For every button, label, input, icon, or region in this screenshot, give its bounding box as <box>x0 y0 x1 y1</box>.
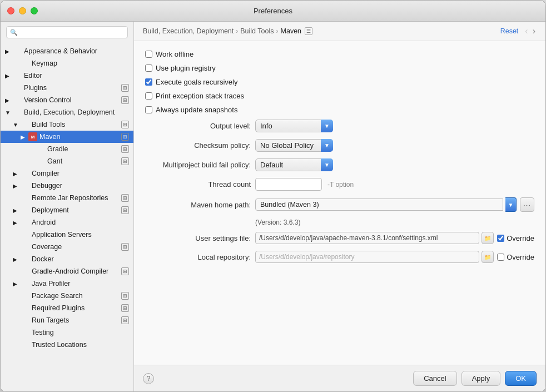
ext-icon: ⊞ <box>121 145 129 153</box>
close-button[interactable] <box>7 7 14 14</box>
use-plugin-registry-checkbox[interactable] <box>145 64 152 72</box>
execute-goals-label: Execute goals recursively <box>156 78 237 86</box>
apply-button[interactable]: Apply <box>461 371 501 386</box>
breadcrumb-part1[interactable]: Build, Execution, Deployment <box>143 27 234 35</box>
sidebar-item-maven[interactable]: ▶ M Maven ⊞ <box>1 131 133 143</box>
cancel-button[interactable]: Cancel <box>413 371 456 386</box>
sidebar-item-editor[interactable]: ▶ Editor <box>1 70 133 82</box>
multiproject-select[interactable]: Default Never Always <box>255 158 333 171</box>
local-repo-row: Local repository: 📁 Override <box>145 251 534 263</box>
maven-home-browse-button[interactable]: ··· <box>520 197 534 212</box>
coverage-icon <box>21 242 29 251</box>
sidebar-item-gradle-android-compiler[interactable]: Gradle-Android Compiler ⊞ <box>1 265 133 277</box>
window-title: Preferences <box>254 7 292 15</box>
sidebar-item-package-search[interactable]: Package Search ⊞ <box>1 290 133 302</box>
sidebar-item-java-profiler[interactable]: ▶ Java Profiler <box>1 277 133 290</box>
local-repo-input[interactable] <box>255 251 479 263</box>
sidebar-item-label: Plugins <box>24 84 120 92</box>
sidebar-item-label: Gradle-Android Compiler <box>32 267 120 275</box>
user-settings-override-label: Override <box>507 234 534 242</box>
user-settings-row: User settings file: 📁 Override <box>145 232 534 244</box>
sidebar-item-trusted-locations[interactable]: Trusted Locations <box>1 339 133 351</box>
execute-goals-checkbox[interactable] <box>145 78 152 86</box>
content-area: Build, Execution, Deployment › Build Too… <box>134 22 545 391</box>
work-offline-checkbox[interactable] <box>145 51 152 58</box>
checksum-policy-label: Checksum policy: <box>145 141 251 150</box>
java-profiler-icon <box>21 279 29 288</box>
checkbox-use-plugin-registry-row: Use plugin registry <box>145 64 534 72</box>
output-level-select[interactable]: Info Debug Error <box>255 120 333 132</box>
always-update-checkbox[interactable] <box>145 106 152 113</box>
print-exception-checkbox[interactable] <box>145 92 152 100</box>
local-repo-override-label: Override <box>507 253 534 261</box>
search-icon: 🔍 <box>10 29 18 36</box>
user-settings-input[interactable] <box>255 232 479 244</box>
local-repo-override-checkbox[interactable] <box>497 254 504 261</box>
work-offline-label: Work offline <box>156 50 193 58</box>
sidebar-item-testing[interactable]: Testing <box>1 326 133 339</box>
maven-home-arrow-icon[interactable]: ▼ <box>505 197 517 212</box>
sidebar-item-gradle[interactable]: Gradle ⊞ <box>1 143 133 155</box>
sidebar-item-build-execution-deployment[interactable]: ▼ Build, Execution, Deployment <box>1 106 133 118</box>
back-button[interactable]: ‹ <box>524 26 529 36</box>
edit-icon[interactable]: ☰ <box>305 27 312 35</box>
sidebar-item-debugger[interactable]: ▶ Debugger <box>1 180 133 192</box>
checkbox-print-exception-row: Print exception stack traces <box>145 92 534 100</box>
sidebar-item-compiler[interactable]: ▶ Compiler <box>1 167 133 180</box>
sidebar-item-build-tools[interactable]: ▼ Build Tools ⊞ <box>1 118 133 131</box>
maximize-button[interactable] <box>31 7 38 14</box>
maven-version-label: (Version: 3.6.3) <box>255 219 300 226</box>
search-box[interactable]: 🔍 <box>6 26 128 38</box>
search-input[interactable] <box>20 28 124 36</box>
checkbox-work-offline-row: Work offline <box>145 50 534 58</box>
thread-count-input[interactable] <box>255 178 322 191</box>
sidebar-item-gant[interactable]: Gant ⊞ <box>1 155 133 167</box>
testing-icon <box>21 328 29 337</box>
breadcrumb-part2[interactable]: Build Tools <box>240 27 274 35</box>
sidebar-item-appearance-behavior[interactable]: ▶ Appearance & Behavior <box>1 45 133 57</box>
checksum-policy-select[interactable]: No Global Policy Warn Fail Ignore <box>255 139 333 152</box>
footer: ? Cancel Apply OK <box>134 365 545 391</box>
sidebar-item-label: Deployment <box>32 206 120 214</box>
user-settings-label: User settings file: <box>145 234 251 242</box>
sidebar-item-run-targets[interactable]: Run Targets ⊞ <box>1 314 133 326</box>
arrow-icon: ▶ <box>5 48 13 54</box>
gradle-icon <box>36 145 45 153</box>
arrow-icon: ▶ <box>13 281 21 287</box>
ok-button[interactable]: OK <box>505 371 537 386</box>
ext-icon: ⊞ <box>121 157 129 165</box>
sidebar-item-label: Debugger <box>32 182 129 190</box>
sidebar-item-coverage[interactable]: Coverage ⊞ <box>1 241 133 253</box>
maven-home-select[interactable]: Bundled (Maven 3) Custom <box>255 199 503 211</box>
local-repo-label: Local repository: <box>145 253 251 261</box>
plugins-icon <box>13 83 22 92</box>
user-settings-browse-button[interactable]: 📁 <box>482 232 494 244</box>
arrow-icon: ▶ <box>13 256 21 262</box>
sidebar-item-plugins[interactable]: Plugins ⊞ <box>1 82 133 94</box>
sidebar-item-android[interactable]: ▶ Android <box>1 216 133 229</box>
sidebar-item-version-control[interactable]: ▶ Version Control ⊞ <box>1 94 133 106</box>
minimize-button[interactable] <box>19 7 26 14</box>
sidebar-item-application-servers[interactable]: Application Servers <box>1 229 133 241</box>
checkbox-execute-goals-row: Execute goals recursively <box>145 78 534 86</box>
print-exception-label: Print exception stack traces <box>156 92 244 100</box>
sidebar-item-docker[interactable]: ▶ Docker <box>1 253 133 265</box>
help-button[interactable]: ? <box>143 373 154 384</box>
output-level-row: Output level: Info Debug Error ▼ <box>145 120 534 132</box>
sidebar-item-required-plugins[interactable]: Required Plugins ⊞ <box>1 302 133 314</box>
user-settings-override-checkbox[interactable] <box>497 235 504 242</box>
sidebar-item-deployment[interactable]: ▶ Deployment ⊞ <box>1 204 133 216</box>
local-repo-browse-button[interactable]: 📁 <box>482 251 494 263</box>
forward-button[interactable]: › <box>532 26 537 36</box>
required-plugins-icon <box>21 304 29 312</box>
package-search-icon <box>21 291 29 300</box>
main-area: 🔍 ▶ Appearance & Behavior Keymap <box>1 22 545 391</box>
thread-count-control: -T option <box>255 178 534 191</box>
sidebar-item-keymap[interactable]: Keymap <box>1 57 133 70</box>
reset-button[interactable]: Reset <box>500 27 519 35</box>
remote-icon <box>21 193 29 202</box>
title-bar: Preferences <box>1 1 545 22</box>
sidebar-item-label: Appearance & Behavior <box>24 47 129 55</box>
maven-home-control: Bundled (Maven 3) Custom ▼ ··· <box>255 197 534 212</box>
sidebar-item-remote-jar-repositories[interactable]: Remote Jar Repositories ⊞ <box>1 192 133 204</box>
